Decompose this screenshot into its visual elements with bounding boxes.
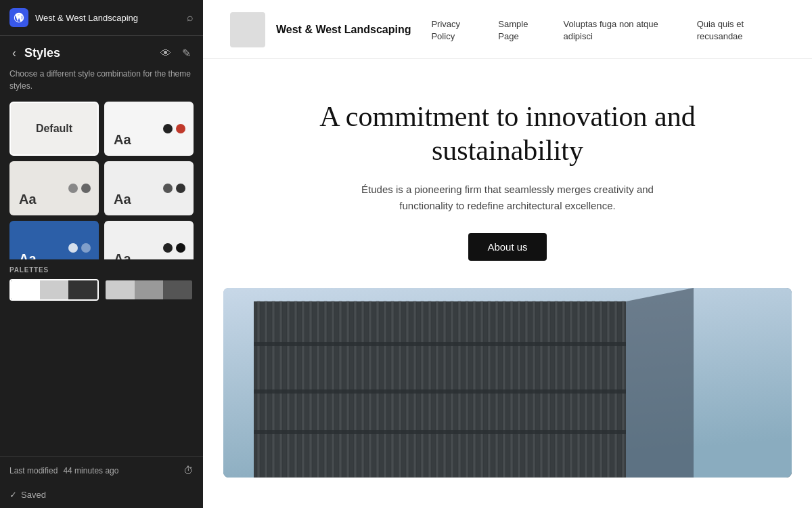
- saved-row: ✓ Saved: [0, 484, 203, 508]
- style-card-3[interactable]: Aa: [9, 161, 99, 215]
- style-card-default[interactable]: Default: [9, 102, 99, 156]
- style-card-4[interactable]: Aa: [104, 161, 194, 215]
- swatch-dark: [68, 280, 97, 299]
- wp-logo[interactable]: [9, 8, 28, 27]
- swatch-light-gray: [106, 280, 135, 299]
- preview-image-section: [203, 288, 812, 498]
- preview-logo: [230, 12, 265, 47]
- style-card-6[interactable]: Aa: [104, 221, 194, 259]
- back-button[interactable]: ‹: [9, 45, 19, 62]
- style-card-default-label: Default: [36, 123, 72, 135]
- style-card-5-label: Aa: [19, 251, 37, 259]
- svg-marker-56: [626, 288, 694, 478]
- dot1: [163, 184, 173, 193]
- edit-icon[interactable]: ✎: [179, 44, 194, 62]
- swatch-dark-gray: [163, 280, 192, 299]
- style-card-3-label: Aa: [19, 192, 37, 207]
- palettes-label: PALETTES: [9, 266, 194, 274]
- dot1: [163, 124, 173, 133]
- dot1: [68, 184, 78, 193]
- dot1: [68, 243, 78, 253]
- style-card-2-dots: [163, 124, 185, 133]
- nav-link-item: Sample Page: [498, 18, 547, 42]
- nav-link-quia[interactable]: Quia quis et recusandae: [697, 19, 744, 41]
- swatch-mid-gray: [135, 280, 164, 299]
- saved-checkmark: ✓: [9, 490, 17, 500]
- preview-panel: West & West Landscaping Privacy Policy S…: [203, 0, 812, 508]
- wp-logo-icon: [13, 12, 25, 24]
- nav-link-voluptas[interactable]: Voluptas fuga non atque adipisci: [564, 19, 658, 41]
- nav-link-item: Quia quis et recusandae: [697, 18, 785, 42]
- style-card-2[interactable]: Aa: [104, 102, 194, 156]
- nav-link-item: Voluptas fuga non atque adipisci: [564, 18, 681, 42]
- sidebar-footer: Last modified 44 minutes ago ⏱: [0, 456, 203, 484]
- style-card-5[interactable]: Aa: [9, 221, 99, 259]
- building-facade-svg: [223, 288, 792, 478]
- styles-grid: Default Aa Aa Aa: [0, 102, 203, 259]
- styles-title: Styles: [24, 46, 152, 60]
- swatch-white: [11, 280, 40, 299]
- style-card-6-label: Aa: [114, 251, 131, 259]
- history-icon[interactable]: ⏱: [183, 465, 194, 476]
- styles-header: ‹ Styles 👁 ✎: [0, 36, 203, 68]
- palettes-row: [9, 279, 194, 301]
- preview-nav-links: Privacy Policy Sample Page Voluptas fuga…: [431, 18, 785, 42]
- nav-link-item: Privacy Policy: [431, 18, 482, 42]
- last-modified-value: 44 minutes ago: [63, 466, 183, 475]
- preview-site-title: West & West Landscaping: [276, 24, 411, 36]
- dot2: [176, 124, 185, 133]
- style-card-2-label: Aa: [114, 132, 131, 148]
- svg-rect-55: [254, 301, 626, 478]
- nav-link-privacy[interactable]: Privacy Policy: [431, 19, 460, 41]
- palettes-section: PALETTES: [0, 259, 203, 308]
- preview-hero: A commitment to innovation and sustainab…: [203, 59, 812, 288]
- last-modified-label: Last modified: [9, 466, 58, 475]
- palette-1[interactable]: [9, 279, 99, 301]
- dot2: [81, 243, 91, 253]
- palette-2[interactable]: [104, 279, 194, 301]
- nav-link-sample[interactable]: Sample Page: [498, 19, 528, 41]
- preview-hero-subtitle: Études is a pioneering firm that seamles…: [345, 182, 670, 214]
- dot2: [176, 243, 185, 253]
- saved-label: Saved: [21, 490, 46, 500]
- swatch-gray: [40, 280, 69, 299]
- site-name: West & West Landscaping: [35, 13, 180, 23]
- styles-description: Choose a different style combination for…: [0, 68, 203, 102]
- sidebar-top-bar: West & West Landscaping ⌕: [0, 0, 203, 36]
- preview-hero-title: A commitment to innovation and sustainab…: [304, 100, 710, 168]
- dot2: [81, 184, 91, 193]
- dot1: [163, 243, 173, 253]
- style-card-4-dots: [163, 184, 185, 193]
- style-card-6-dots: [163, 243, 185, 253]
- about-us-button[interactable]: About us: [468, 233, 546, 261]
- preview-building-image: [223, 288, 792, 478]
- preview-nav: West & West Landscaping Privacy Policy S…: [203, 0, 812, 59]
- style-card-3-dots: [68, 184, 91, 193]
- style-card-4-label: Aa: [114, 192, 131, 207]
- dot2: [176, 184, 185, 193]
- search-icon[interactable]: ⌕: [187, 12, 194, 24]
- sidebar: West & West Landscaping ⌕ ‹ Styles 👁 ✎ C…: [0, 0, 203, 508]
- preview-icon[interactable]: 👁: [158, 45, 174, 62]
- style-card-5-dots: [68, 243, 91, 253]
